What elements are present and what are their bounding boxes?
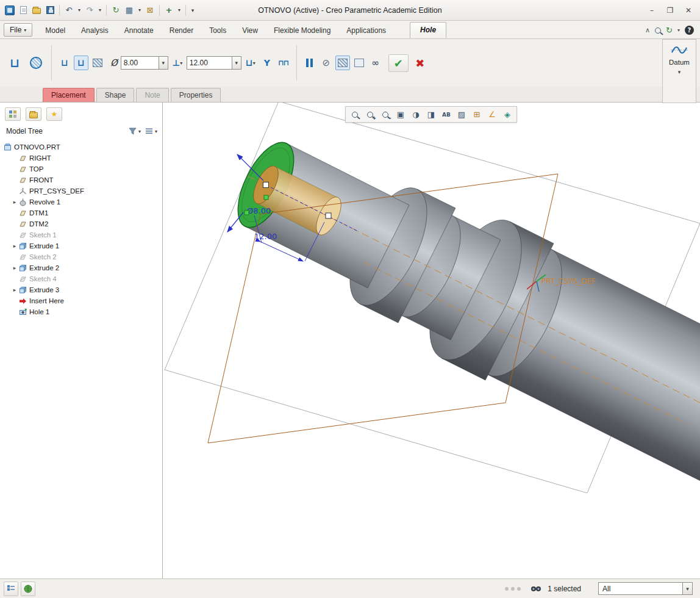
tree-filter-caret-icon[interactable]: ▾ <box>138 129 141 134</box>
diameter-dropdown-icon[interactable]: ▾ <box>159 56 168 70</box>
datum-dropdown[interactable]: ▾ <box>176 4 182 16</box>
tab-model[interactable]: Model <box>37 23 73 38</box>
collapse-ribbon-icon[interactable]: ∧ <box>645 26 650 34</box>
reference-handle-2[interactable] <box>264 195 268 200</box>
apply-button[interactable]: ✔ <box>394 57 403 70</box>
file-menu-button[interactable]: File ▾ <box>4 23 32 37</box>
folder-browser-icon[interactable] <box>26 107 41 121</box>
depth-dimension[interactable]: 12.00 <box>254 232 277 241</box>
graphics-viewport[interactable]: + − ▣ ◑ ◨ AB ▨ ⊞ ∠ ◈ <box>163 103 700 578</box>
spin-center-button[interactable]: ∠ <box>485 108 499 121</box>
favorites-icon[interactable]: ★ <box>46 107 62 121</box>
pause-button[interactable] <box>302 56 317 70</box>
windows-button[interactable]: ▦ <box>123 4 135 16</box>
tree-item-insert-here[interactable]: Insert Here <box>0 295 162 306</box>
tab-shape[interactable]: Shape <box>96 88 135 102</box>
selection-filter-value[interactable]: All <box>598 582 682 595</box>
depth-drag-handle[interactable] <box>326 213 331 218</box>
selection-filter-dropdown-icon[interactable]: ▾ <box>682 582 693 595</box>
annotation-display-button[interactable]: AB <box>439 108 454 121</box>
datum-wave-icon[interactable] <box>671 45 688 56</box>
close-button[interactable]: ✕ <box>680 4 696 16</box>
command-search-icon[interactable] <box>655 27 661 34</box>
redo-button[interactable]: ↷ <box>84 4 96 16</box>
tab-hole-active[interactable]: Hole <box>410 22 446 38</box>
tree-item-sketch-2[interactable]: Sketch 2 <box>0 251 162 262</box>
attached-preview-button[interactable] <box>335 56 350 70</box>
tab-flexible-modeling[interactable]: Flexible Modeling <box>266 23 338 38</box>
cancel-feature-button[interactable]: ✖ <box>413 56 427 70</box>
diameter-dimension[interactable]: Ø8.00 <box>247 206 271 215</box>
datum-display-filters-button[interactable]: ⊞ <box>470 108 484 121</box>
standard-profile-button[interactable]: ⊔ <box>74 56 88 70</box>
undo-button[interactable]: ↶ <box>63 4 75 16</box>
tab-placement[interactable]: Placement <box>43 88 95 102</box>
tree-settings-caret-icon[interactable]: ▾ <box>155 129 157 134</box>
corner-dropdown-icon[interactable]: ▾ <box>677 27 680 33</box>
tree-item-dtm2[interactable]: DTM2 <box>0 218 162 229</box>
3d-scene[interactable]: PRT_CSYS_DEF Ø8.00 12.00 <box>163 103 700 578</box>
refit-button[interactable]: ▣ <box>393 108 408 121</box>
regenerate-button[interactable]: ↻ <box>110 4 122 16</box>
datum-group-caret-icon[interactable]: ▾ <box>678 69 681 75</box>
tree-filter-icon[interactable] <box>129 128 137 135</box>
sync-icon[interactable]: ↻ <box>666 26 673 35</box>
tab-render[interactable]: Render <box>162 23 201 38</box>
save-button[interactable] <box>44 4 56 16</box>
placement-drag-handle[interactable] <box>263 182 269 188</box>
tree-item-dtm1[interactable]: DTM1 <box>0 207 162 218</box>
maximize-button[interactable]: ❐ <box>662 4 678 16</box>
undo-dropdown[interactable]: ▾ <box>76 4 82 16</box>
simple-hole-button[interactable]: ⊔ <box>5 49 24 77</box>
tab-annotate[interactable]: Annotate <box>116 23 162 38</box>
tab-properties[interactable]: Properties <box>171 88 221 102</box>
view-manager-button[interactable]: ◈ <box>500 108 515 121</box>
appearance-gallery-button[interactable]: ▨ <box>454 108 469 121</box>
close-window-button[interactable]: ⊠ <box>144 4 156 16</box>
tree-item-hole-1[interactable]: Hole 1 <box>0 306 162 317</box>
tree-item-front[interactable]: FRONT <box>0 175 162 186</box>
tree-item-csys[interactable]: PRT_CSYS_DEF <box>0 186 162 196</box>
expand-icon[interactable]: ▸ <box>11 243 18 249</box>
no-preview-button[interactable]: ⊘ <box>319 56 334 70</box>
depth-direction-button[interactable]: ⊥ ▾ <box>170 56 185 70</box>
zoom-window-button[interactable] <box>348 108 362 121</box>
straight-profile-button[interactable]: ⊔ <box>57 56 72 70</box>
tree-settings-icon[interactable] <box>145 128 153 135</box>
hole-diameter-input[interactable] <box>121 56 159 70</box>
standard-hole-button[interactable] <box>26 49 46 77</box>
toggle-browser-button[interactable] <box>21 582 35 596</box>
navigator-tabs-icon[interactable] <box>5 107 21 121</box>
tree-item-top[interactable]: TOP <box>0 164 162 175</box>
counterbore-button[interactable]: ⊓⊓ <box>276 56 291 70</box>
unattached-preview-button[interactable] <box>352 56 366 70</box>
expand-icon[interactable]: ▸ <box>11 199 18 205</box>
new-file-button[interactable] <box>17 4 29 16</box>
tab-analysis[interactable]: Analysis <box>73 23 116 38</box>
toggle-model-tree-button[interactable] <box>4 582 18 596</box>
zoom-out-button[interactable]: − <box>378 108 393 121</box>
tree-item-part[interactable]: OTNOVO.PRT <box>0 142 162 153</box>
section-view-button[interactable]: ◨ <box>424 108 438 121</box>
tree-item-extrude-1[interactable]: ▸ Extrude 1 <box>0 240 162 251</box>
tapered-hole-button[interactable]: Y <box>260 56 274 70</box>
redo-dropdown[interactable]: ▾ <box>97 4 103 16</box>
tree-item-extrude-3[interactable]: ▸ Extrude 3 <box>0 284 162 295</box>
depth-dropdown-icon[interactable]: ▾ <box>232 56 241 70</box>
datum-point-button[interactable]: + <box>163 4 175 16</box>
verify-button[interactable]: ∞ <box>368 56 383 70</box>
zoom-in-button[interactable]: + <box>363 108 377 121</box>
customize-qat-arrow[interactable]: ▾ <box>189 4 196 16</box>
tab-applications[interactable]: Applications <box>338 23 394 38</box>
open-file-button[interactable] <box>30 4 43 16</box>
find-tool-icon[interactable] <box>530 585 541 593</box>
depth-option-button[interactable]: ⊔ ▾ <box>243 56 258 70</box>
reference-handle-1[interactable] <box>245 211 249 215</box>
expand-icon[interactable]: ▸ <box>11 265 18 271</box>
tree-item-extrude-2[interactable]: ▸ Extrude 2 <box>0 262 162 273</box>
tab-note[interactable]: Note <box>136 88 168 102</box>
tree-item-sketch-1[interactable]: Sketch 1 <box>0 229 162 240</box>
hole-depth-input[interactable] <box>187 56 232 70</box>
tree-item-sketch-4[interactable]: Sketch 4 <box>0 273 162 284</box>
tree-item-right[interactable]: RIGHT <box>0 153 162 164</box>
